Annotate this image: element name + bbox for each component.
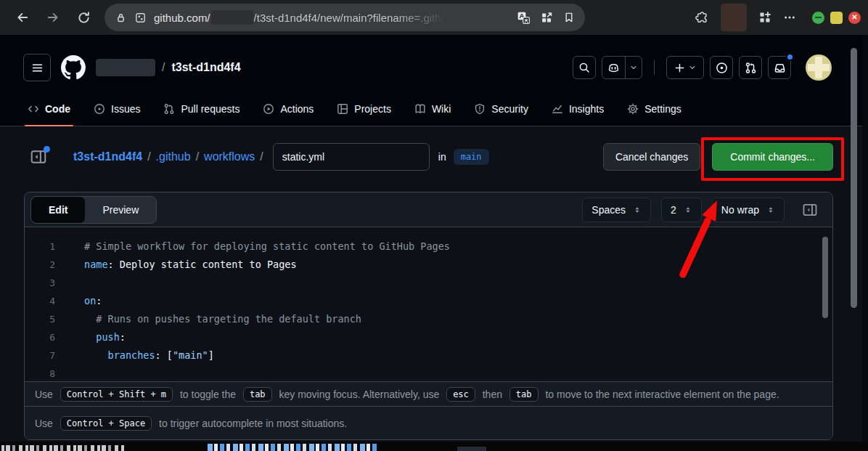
github-header: / t3st-d1nd4f4 xyxy=(0,35,868,126)
browser-reload-button[interactable] xyxy=(68,3,99,32)
line-content: push: xyxy=(84,328,126,346)
breadcrumb-repo-link[interactable]: t3st-d1nd4f4 xyxy=(73,150,142,163)
breadcrumb-separator: / xyxy=(147,150,150,163)
commit-changes-button[interactable]: Commit changes... xyxy=(712,143,833,171)
breadcrumb-dir-github-link[interactable]: .github xyxy=(156,150,191,163)
code-line: 6 push: xyxy=(25,328,832,346)
code-line: 5 # Runs on pushes targeting the default… xyxy=(25,310,832,328)
file-header-row: t3st-d1nd4f4 / .github / workflows / in … xyxy=(24,142,833,171)
address-bar[interactable]: github.com/ /t3st-d1nd4f4/new/main?filen… xyxy=(105,4,585,31)
clipped-bottom-strip xyxy=(0,442,868,451)
page-scrollbar[interactable] xyxy=(851,48,857,308)
tab-code[interactable]: Code xyxy=(17,92,81,126)
editor-scrollbar[interactable] xyxy=(822,237,828,318)
copilot-icon xyxy=(602,62,625,74)
header-divider xyxy=(654,60,655,75)
browser-forward-button[interactable] xyxy=(38,3,68,32)
panel-toggle-button[interactable] xyxy=(798,198,822,222)
url-prefix: github.com/ xyxy=(154,12,210,24)
code-icon xyxy=(28,103,39,115)
copilot-button[interactable] xyxy=(602,56,642,79)
tab-projects[interactable]: Projects xyxy=(327,92,401,126)
apps-grid-icon[interactable] xyxy=(758,11,771,24)
cancel-changes-button[interactable]: Cancel changes xyxy=(603,143,700,171)
wrap-mode-select[interactable]: No wrap xyxy=(712,198,785,222)
tab-label: Insights xyxy=(569,103,604,115)
tab-actions[interactable]: Actions xyxy=(253,92,324,126)
user-avatar[interactable] xyxy=(806,54,832,81)
url-text: github.com/ /t3st-d1nd4f4/new/main?filen… xyxy=(154,10,505,25)
window-close-button[interactable]: ✕ xyxy=(848,12,861,24)
in-label: in xyxy=(438,151,446,163)
branch-badge[interactable]: main xyxy=(454,149,489,165)
indent-mode-select[interactable]: Spaces xyxy=(582,198,651,222)
editor-toolbar: Edit Preview Spaces 2 xyxy=(25,192,832,227)
search-button[interactable] xyxy=(573,56,596,79)
actions-icon xyxy=(263,103,274,115)
tab-edit[interactable]: Edit xyxy=(31,197,85,223)
keyboard-shortcut-pill: Control + Shift + m xyxy=(60,387,173,402)
redacted-owner-name xyxy=(96,59,155,76)
updown-icon xyxy=(684,206,692,214)
hamburger-menu-button[interactable] xyxy=(23,54,51,81)
unsaved-changes-dot xyxy=(44,146,50,153)
clipped-text-fragment xyxy=(457,447,486,451)
tab-settings[interactable]: Settings xyxy=(617,92,692,126)
tab-preview[interactable]: Preview xyxy=(85,197,156,223)
keyboard-shortcut-pill: tab xyxy=(509,387,539,402)
projects-icon xyxy=(337,103,348,115)
window-maximize-button[interactable] xyxy=(830,12,843,24)
notification-dot xyxy=(786,53,794,61)
line-content: name: Deploy static content to Pages xyxy=(84,256,297,274)
browser-back-button[interactable] xyxy=(7,3,38,32)
tab-pull-requests[interactable]: Pull requests xyxy=(153,92,250,126)
code-line: 4on: xyxy=(25,292,832,310)
breadcrumb-dir-workflows-link[interactable]: workflows xyxy=(204,150,255,163)
repo-nav: CodeIssuesPull requestsActionsProjectsWi… xyxy=(0,92,868,126)
line-number: 5 xyxy=(25,310,55,328)
tab-insights[interactable]: Insights xyxy=(541,92,614,126)
header-repo-name[interactable]: t3st-d1nd4f4 xyxy=(171,61,240,74)
issues-dashboard-button[interactable] xyxy=(710,56,733,79)
filename-input[interactable] xyxy=(273,143,430,171)
tab-label: Pull requests xyxy=(181,103,239,115)
keyboard-shortcut-pill: Control + Space xyxy=(60,416,152,431)
code-line: 3 xyxy=(25,274,832,292)
github-page: / t3st-d1nd4f4 xyxy=(0,35,868,442)
sidebar-panel-toggle[interactable] xyxy=(30,148,47,166)
breadcrumb-separator: / xyxy=(260,150,263,163)
split-screen-icon[interactable] xyxy=(541,12,553,24)
tab-label: Actions xyxy=(280,103,314,115)
code-editor[interactable]: 1# Simple workflow for deploying static … xyxy=(25,227,832,381)
github-logo-icon[interactable] xyxy=(61,55,86,80)
line-content: # Simple workflow for deploying static c… xyxy=(84,237,450,256)
accessibility-help-bar-1: Use Control + Shift + m to toggle the ta… xyxy=(25,381,832,406)
bookmark-icon[interactable] xyxy=(563,12,575,23)
tab-wiki[interactable]: Wiki xyxy=(404,92,461,126)
window-minimize-button[interactable] xyxy=(812,12,824,24)
copilot-dropdown-chevron-icon[interactable] xyxy=(625,57,642,78)
pull-requests-dashboard-button[interactable] xyxy=(739,56,762,79)
site-settings-icon[interactable] xyxy=(134,12,147,24)
line-number: 2 xyxy=(25,256,55,274)
file-editor-card: Edit Preview Spaces 2 xyxy=(24,192,833,440)
browser-menu-dots-icon[interactable] xyxy=(783,11,796,24)
line-number: 1 xyxy=(25,237,55,256)
issues-icon xyxy=(94,103,105,115)
edit-preview-switch: Edit Preview xyxy=(30,196,157,224)
code-line: 2name: Deploy static content to Pages xyxy=(25,256,832,274)
line-content: # Runs on pushes targeting the default b… xyxy=(84,310,361,328)
translate-icon[interactable]: A xyxy=(517,11,531,25)
tab-label: Wiki xyxy=(432,103,451,115)
redacted-owner-in-url xyxy=(211,10,253,25)
lock-icon xyxy=(115,12,127,24)
tab-label: Issues xyxy=(111,103,140,115)
tab-security[interactable]: Security xyxy=(464,92,539,126)
tab-issues[interactable]: Issues xyxy=(83,92,150,126)
screenshot-root: github.com/ /t3st-d1nd4f4/new/main?filen… xyxy=(0,0,868,451)
create-new-button[interactable] xyxy=(666,56,704,79)
extensions-puzzle-icon[interactable] xyxy=(695,11,709,25)
code-line: 1# Simple workflow for deploying static … xyxy=(25,237,832,256)
pull-requests-icon xyxy=(163,103,175,115)
indent-size-select[interactable]: 2 xyxy=(661,198,702,222)
